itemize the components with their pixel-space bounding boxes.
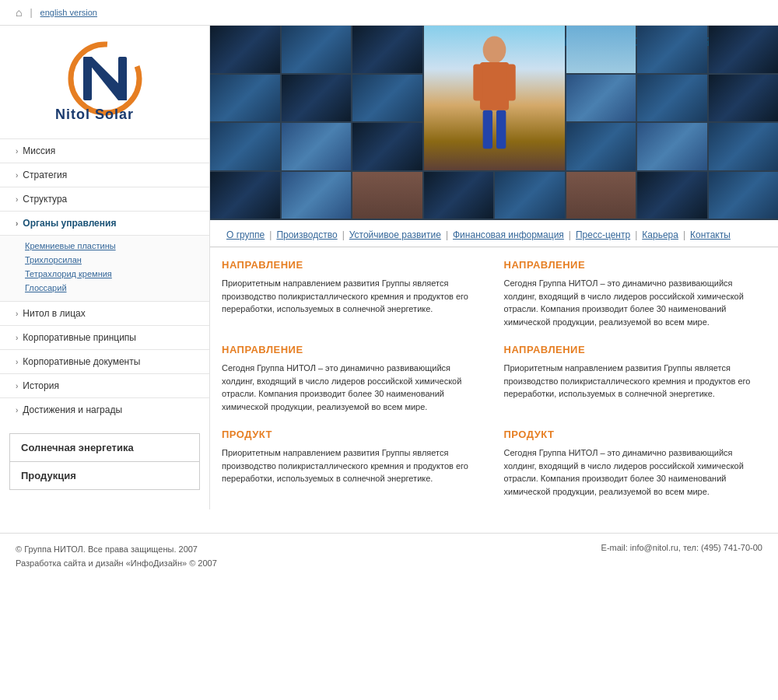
arrow-icon: › (16, 382, 18, 390)
content-text-1: Сегодня Группа НИТОЛ – это динамично раз… (504, 277, 767, 328)
tab-kariera[interactable]: Карьера (637, 229, 683, 240)
english-version-link[interactable]: english version (40, 8, 97, 17)
content-text-4: Приоритетным направлением развития Групп… (222, 446, 485, 485)
content-block-2: НАПРАВЛЕНИЕ Сегодня Группа НИТОЛ – это д… (222, 344, 485, 413)
sidebar-item-nitol-faces[interactable]: › Нитол в лицах (0, 301, 209, 325)
tab-finansovaya[interactable]: Финансовая информация (448, 229, 569, 240)
subnav: Кремниевые пластины Трихлорсилан Тетрахл… (0, 235, 209, 301)
hero-cell (637, 26, 707, 73)
nav-tabs: О группе | Производство | Устойчивое раз… (210, 220, 778, 247)
content-title-5: ПРОДУКТ (504, 429, 767, 440)
subnav-item-kremnievye[interactable]: Кремниевые пластины (25, 239, 194, 253)
arrow-icon: › (16, 171, 18, 180)
sidebar-item-strategiya[interactable]: › Стратегия (0, 163, 209, 187)
sidebar-item-corp-principles[interactable]: › Корпоративные принципы (0, 325, 209, 349)
subnav-item-glossariy[interactable]: Глоссарий (25, 281, 194, 295)
sidebar: Nitol Solar › Миссия › Стратегия › Струк… (0, 26, 210, 509)
hero-cell (282, 123, 352, 170)
content-title-1: НАПРАВЛЕНИЕ (504, 259, 767, 271)
sidebar-item-corp-docs[interactable]: › Корпоративные документы (0, 349, 209, 373)
hero-cell (210, 26, 280, 73)
content-block-5: ПРОДУКТ Сегодня Группа НИТОЛ – это динам… (504, 429, 767, 498)
content-text-0: Приоритетным направлением развития Групп… (222, 277, 485, 316)
hero-cell (566, 26, 636, 73)
arrow-icon: › (16, 334, 18, 342)
sidebar-label-corp-docs: Корпоративные документы (23, 356, 140, 367)
content-body: НАПРАВЛЕНИЕ Приоритетным направлением ра… (210, 247, 778, 509)
hero-cell (210, 172, 280, 219)
sidebar-label-achievements: Достижения и награды (23, 404, 122, 415)
hero-cell (424, 172, 494, 219)
tab-press[interactable]: Пресс-центр (571, 229, 635, 240)
content-title-2: НАПРАВЛЕНИЕ (222, 344, 485, 355)
sidebar-label-organy: Органы управления (23, 218, 116, 229)
tab-kontakty[interactable]: Контакты (685, 229, 735, 240)
subnav-item-tetrahlorid[interactable]: Тетрахлорид кремния (25, 267, 194, 281)
sidebar-item-achievements[interactable]: › Достижения и награды (0, 397, 209, 422)
footer-copyright: © Группа НИТОЛ. Все права защищены. 2007 (16, 543, 217, 557)
hero-cell (210, 75, 280, 122)
arrow-icon: › (16, 195, 18, 204)
tab-ustoychivoe[interactable]: Устойчивое развитие (345, 229, 446, 240)
svg-rect-9 (482, 110, 492, 149)
content-title-4: ПРОДУКТ (222, 429, 485, 440)
hero-cell (352, 172, 422, 219)
footer-right: E-mail: info@nitol.ru, тел: (495) 741-70… (601, 543, 762, 570)
footer-left: © Группа НИТОЛ. Все права защищены. 2007… (16, 543, 217, 570)
arrow-icon-active: › (16, 219, 18, 228)
hero-cell (637, 172, 707, 219)
content-block-1: НАПРАВЛЕНИЕ Сегодня Группа НИТОЛ – это д… (504, 259, 767, 328)
content-text-3: Приоритетным направлением развития Групп… (504, 362, 767, 401)
arrow-icon: › (16, 147, 18, 156)
main-layout: Nitol Solar › Миссия › Стратегия › Струк… (0, 26, 778, 509)
hero-cell (352, 75, 422, 122)
arrow-icon: › (16, 310, 18, 318)
content-text-5: Сегодня Группа НИТОЛ – это динамично раз… (504, 446, 767, 498)
arrow-icon: › (16, 406, 18, 415)
bottom-boxes: Солнечная энергетика Продукция (9, 433, 200, 490)
content-area: энергия солнца для людей (210, 26, 778, 509)
hero-cell-person (424, 26, 565, 170)
svg-rect-8 (506, 64, 515, 100)
svg-rect-7 (473, 64, 482, 100)
tab-o-gruppe[interactable]: О группе (222, 229, 269, 240)
sidebar-label-missiya: Миссия (23, 145, 55, 156)
sidebar-item-organy[interactable]: › Органы управления (0, 211, 209, 235)
svg-rect-10 (496, 110, 505, 149)
footer-contact: E-mail: info@nitol.ru, тел: (495) 741-70… (601, 543, 762, 552)
separator: | (30, 7, 32, 18)
home-icon[interactable]: ⌂ (16, 6, 22, 19)
hero-cell (637, 75, 707, 122)
hero-cell (495, 172, 565, 219)
content-title-3: НАПРАВЛЕНИЕ (504, 344, 767, 355)
svg-point-5 (482, 37, 506, 64)
hero-image-grid (210, 26, 778, 220)
sidebar-label-nitol-faces: Нитол в лицах (23, 308, 85, 319)
hero-cell (709, 172, 779, 219)
nav-items: › Миссия › Стратегия › Структура › Орган… (0, 138, 209, 422)
sidebar-label-corp-principles: Корпоративные принципы (23, 332, 136, 343)
bottom-box-solar[interactable]: Солнечная энергетика (10, 434, 199, 462)
footer: © Группа НИТОЛ. Все права защищены. 2007… (0, 533, 778, 579)
sidebar-item-struktura[interactable]: › Структура (0, 187, 209, 211)
sidebar-item-history[interactable]: › История (0, 373, 209, 397)
company-logo: Nitol Solar (35, 41, 175, 127)
hero-cell (282, 75, 352, 122)
hero-cell (352, 26, 422, 73)
logo-area: Nitol Solar (0, 26, 209, 138)
sidebar-label-history: История (23, 380, 59, 391)
bottom-box-products[interactable]: Продукция (10, 462, 199, 489)
sidebar-item-missiya[interactable]: › Миссия (0, 138, 209, 163)
tab-proizvodstvo[interactable]: Производство (272, 229, 342, 240)
sidebar-label-struktura: Структура (23, 194, 67, 205)
hero-cell (566, 75, 636, 122)
hero-cell (282, 26, 352, 73)
hero-cell (566, 172, 636, 219)
hero-banner: энергия солнца для людей (210, 26, 778, 220)
content-block-3: НАПРАВЛЕНИЕ Приоритетным направлением ра… (504, 344, 767, 413)
footer-design: Разработка сайта и дизайн «ИнфоДизайн» ©… (16, 557, 217, 571)
top-bar: ⌂ | english version (0, 0, 778, 26)
svg-text:Nitol Solar: Nitol Solar (55, 107, 134, 122)
subnav-item-trihlorilan[interactable]: Трихлорсилан (25, 253, 194, 267)
hero-cell (709, 26, 779, 73)
